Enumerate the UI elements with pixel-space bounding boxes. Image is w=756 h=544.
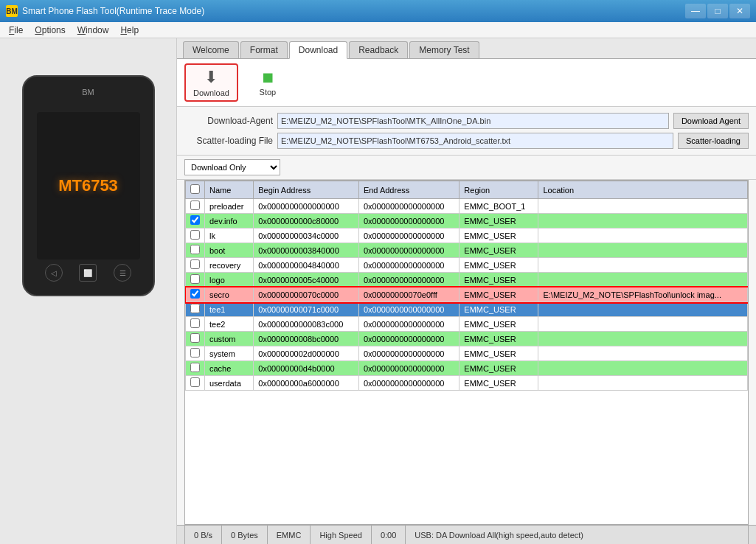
table-row: recovery0x00000000048400000x000000000000… [186,258,748,273]
row-name: lk [205,229,254,243]
dropdown-row: Download Only Firmware Upgrade Format Al… [177,156,756,180]
row-checkbox[interactable] [190,245,200,254]
row-begin: 0x00000000034c0000 [254,229,359,243]
row-end: 0x0000000000000000 [358,243,459,258]
col-begin: Begin Address [254,181,359,199]
row-checkbox-cell [186,199,205,214]
status-message: USB: DA Download All(high speed,auto det… [406,526,749,544]
select-all-checkbox[interactable] [190,184,200,194]
left-panel: BM MT6753 ◁ ⬜ ☰ [0,38,177,544]
row-checkbox-cell [186,229,205,243]
tab-memory-test[interactable]: Memory Test [409,41,479,58]
menu-bar: File Options Window Help [0,22,756,38]
row-name: tee2 [205,317,254,332]
row-name: recovery [205,258,254,273]
row-begin: 0x0000000000000000 [254,199,359,214]
download-button[interactable]: ⬇ Download [184,63,238,102]
agent-input[interactable] [277,113,669,129]
status-time: 0:00 [372,526,406,544]
scatter-input[interactable] [277,133,673,149]
row-checkbox[interactable] [190,348,200,358]
table-row: boot0x00000000038400000x0000000000000000… [186,243,748,258]
menu-options[interactable]: Options [29,24,71,37]
row-begin: 0x00000000d4b0000 [254,361,359,376]
row-checkbox[interactable] [190,230,200,240]
col-location: Location [538,181,748,199]
table-row: cache0x00000000d4b00000x0000000000000000… [186,361,748,376]
download-agent-button[interactable]: Download Agent [673,113,749,129]
row-checkbox[interactable] [190,259,200,269]
row-checkbox[interactable] [190,215,200,225]
row-begin: 0x00000000a6000000 [254,376,359,391]
row-checkbox[interactable] [190,363,200,372]
table-row: preloader0x00000000000000000x00000000000… [186,199,748,214]
maximize-button[interactable]: □ [707,4,728,18]
menu-file[interactable]: File [3,24,29,37]
row-checkbox[interactable] [190,318,200,328]
menu-window[interactable]: Window [72,24,115,37]
row-location [538,273,748,287]
row-name: dev.info [205,214,254,229]
row-region: EMMC_USER [460,346,538,361]
phone-brand: BM [82,88,94,97]
row-location [538,346,748,361]
status-bytes: 0 Bytes [222,526,268,544]
table-row: system0x000000002d0000000x00000000000000… [186,346,748,361]
row-checkbox-cell [186,287,205,302]
row-checkbox[interactable] [190,377,200,387]
row-region: EMMC_USER [460,273,538,287]
row-location [538,199,748,214]
scatter-loading-button[interactable]: Scatter-loading [678,133,749,149]
minimize-button[interactable]: — [685,4,706,18]
row-name: logo [205,273,254,287]
row-checkbox[interactable] [190,289,200,299]
row-name: preloader [205,199,254,214]
stop-icon: ⏹ [260,69,275,86]
row-end: 0x0000000000000000 [358,346,459,361]
stop-label: Stop [260,88,277,97]
phone-image: BM MT6753 ◁ ⬜ ☰ [22,75,155,296]
row-region: EMMC_USER [460,302,538,317]
row-name: tee1 [205,302,254,317]
row-region: EMMC_USER [460,258,538,273]
row-checkbox[interactable] [190,200,200,210]
row-checkbox-cell [186,361,205,376]
phone-back-btn: ◁ [45,264,63,282]
table-row: lk0x00000000034c00000x0000000000000000EM… [186,229,748,243]
tab-readback[interactable]: Readback [349,41,408,58]
stop-button[interactable]: ⏹ Stop [246,65,290,101]
row-region: EMMC_USER [460,317,538,332]
window-title: Smart Phone Flash Tool(Runtime Trace Mod… [22,6,204,16]
row-checkbox-cell [186,273,205,287]
row-checkbox-cell [186,317,205,332]
status-speed: 0 B/s [184,526,222,544]
tab-welcome[interactable]: Welcome [183,41,239,58]
row-checkbox-cell [186,258,205,273]
file-table: Name Begin Address End Address Region Lo… [185,181,748,391]
main-area: BM MT6753 ◁ ⬜ ☰ Welcome Format Download … [0,38,756,544]
row-region: EMMC_USER [460,287,538,302]
table-row: secro0x00000000070c00000x00000000070e0ff… [186,287,748,302]
tab-format[interactable]: Format [240,41,288,58]
row-location [538,229,748,243]
download-mode-select[interactable]: Download Only Firmware Upgrade Format Al… [184,159,280,175]
row-checkbox[interactable] [190,274,200,284]
tab-download[interactable]: Download [289,41,347,59]
status-connection: High Speed [311,526,372,544]
row-checkbox-cell [186,243,205,258]
row-location [538,317,748,332]
download-label: Download [193,88,229,97]
menu-help[interactable]: Help [114,24,145,37]
phone-bottom-bar: ◁ ⬜ ☰ [37,262,140,284]
row-name: system [205,346,254,361]
right-panel: Welcome Format Download Readback Memory … [177,38,756,544]
row-region: EMMC_USER [460,376,538,391]
row-begin: 0x0000000004840000 [254,258,359,273]
phone-model: MT6753 [58,176,118,195]
row-location [538,302,748,317]
row-checkbox[interactable] [190,333,200,343]
bytes-value: 0 Bytes [231,531,258,540]
row-checkbox[interactable] [190,304,200,313]
close-button[interactable]: ✕ [729,4,750,18]
status-bar: 0 B/s 0 Bytes EMMC High Speed 0:00 USB: … [177,525,756,544]
